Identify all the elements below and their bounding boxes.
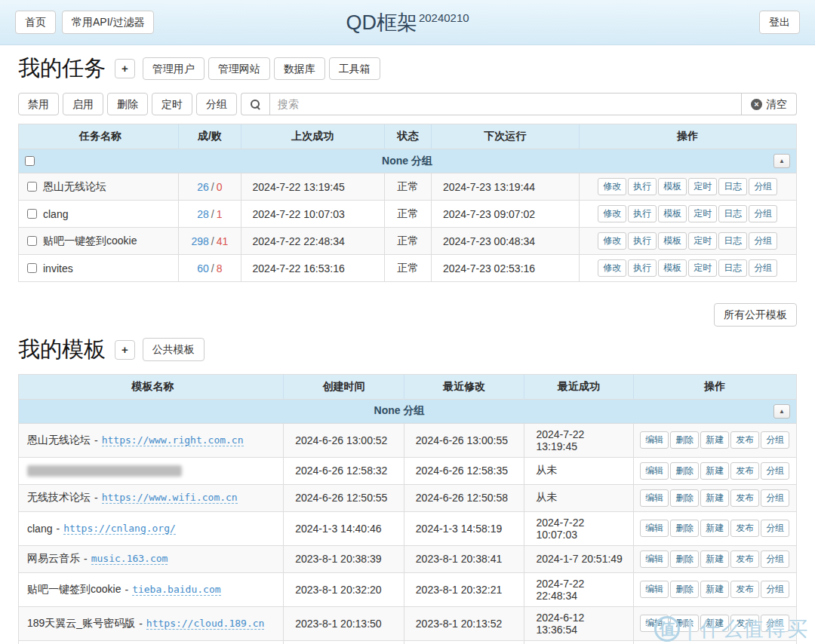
template-action-1[interactable]: 删除 bbox=[670, 581, 699, 598]
add-task-button[interactable]: + bbox=[115, 59, 135, 78]
task-name-cell: 恩山无线论坛 bbox=[19, 173, 178, 200]
task-action-1[interactable]: 执行 bbox=[628, 259, 657, 277]
templates-group-collapse-button[interactable]: ▲ bbox=[773, 404, 790, 419]
template-action-3[interactable]: 发布 bbox=[730, 520, 759, 537]
task-action-2[interactable]: 模板 bbox=[658, 232, 687, 250]
topbar-right: 登出 bbox=[759, 11, 800, 34]
template-link[interactable]: tieba.baidu.com bbox=[132, 584, 220, 596]
template-action-3[interactable]: 发布 bbox=[730, 431, 759, 449]
template-action-1[interactable]: 删除 bbox=[670, 520, 699, 537]
task-action-4[interactable]: 日志 bbox=[718, 178, 747, 195]
template-link[interactable]: https://www.wifi.com.cn bbox=[102, 492, 238, 504]
tasks-group-collapse-button[interactable]: ▲ bbox=[773, 154, 790, 168]
home-button[interactable]: 首页 bbox=[15, 11, 56, 34]
template-action-0[interactable]: 编辑 bbox=[640, 462, 669, 480]
task-action-3[interactable]: 定时 bbox=[688, 178, 717, 195]
logout-button[interactable]: 登出 bbox=[759, 11, 800, 34]
template-created: 2024-6-26 12:50:55 bbox=[283, 485, 404, 511]
task-checkbox[interactable] bbox=[27, 236, 37, 246]
template-action-4[interactable]: 分组 bbox=[761, 581, 789, 598]
task-action-3[interactable]: 定时 bbox=[688, 205, 717, 222]
template-action-0[interactable]: 编辑 bbox=[640, 489, 669, 507]
task-action-2[interactable]: 模板 bbox=[658, 259, 687, 277]
template-action-3[interactable]: 发布 bbox=[730, 550, 759, 568]
add-template-button[interactable]: + bbox=[115, 340, 135, 360]
template-link[interactable]: https://cnlang.org/ bbox=[63, 523, 176, 535]
template-action-1[interactable]: 删除 bbox=[670, 489, 699, 507]
task-action-3[interactable]: 定时 bbox=[688, 232, 717, 250]
template-action-1[interactable]: 删除 bbox=[670, 615, 699, 632]
template-action-4[interactable]: 分组 bbox=[761, 462, 789, 480]
task-checkbox[interactable] bbox=[27, 263, 37, 273]
template-action-3[interactable]: 发布 bbox=[730, 462, 759, 480]
task-action-3[interactable]: 定时 bbox=[688, 259, 717, 277]
template-action-0[interactable]: 编辑 bbox=[640, 615, 669, 632]
template-action-1[interactable]: 删除 bbox=[670, 431, 699, 449]
template-action-2[interactable]: 新建 bbox=[700, 615, 729, 632]
bulk-action-button-2[interactable]: 删除 bbox=[107, 93, 148, 115]
task-action-0[interactable]: 修改 bbox=[598, 178, 626, 195]
success-fail-divider: / bbox=[211, 235, 214, 247]
template-action-3[interactable]: 发布 bbox=[730, 581, 759, 598]
api-filter-button[interactable]: 常用API/过滤器 bbox=[62, 11, 154, 34]
template-action-4[interactable]: 分组 bbox=[761, 431, 789, 449]
manage-button-2[interactable]: 数据库 bbox=[274, 57, 325, 81]
template-action-2[interactable]: 新建 bbox=[700, 431, 729, 449]
task-action-1[interactable]: 执行 bbox=[628, 232, 657, 250]
task-action-5[interactable]: 分组 bbox=[749, 259, 777, 277]
bulk-action-button-4[interactable]: 分组 bbox=[196, 93, 237, 115]
template-link[interactable]: https://www.right.com.cn bbox=[102, 434, 244, 446]
task-action-4[interactable]: 日志 bbox=[718, 232, 747, 250]
task-action-4[interactable]: 日志 bbox=[718, 205, 747, 222]
manage-button-3[interactable]: 工具箱 bbox=[329, 57, 380, 81]
template-link[interactable]: https://cloud.189.cn bbox=[146, 618, 265, 630]
tasks-header-5: 操作 bbox=[579, 124, 796, 149]
public-templates-button[interactable]: 公共模板 bbox=[143, 338, 205, 361]
group-select-all-checkbox[interactable] bbox=[25, 156, 35, 166]
template-action-0[interactable]: 编辑 bbox=[640, 550, 669, 568]
template-action-0[interactable]: 编辑 bbox=[640, 581, 669, 598]
template-row: 网易云音乐-music.163.com2023-8-1 20:38:392023… bbox=[19, 546, 796, 573]
template-action-3[interactable]: 发布 bbox=[730, 615, 759, 632]
all-public-templates-button[interactable]: 所有公开模板 bbox=[714, 303, 797, 327]
bulk-action-button-1[interactable]: 启用 bbox=[63, 93, 103, 115]
template-action-2[interactable]: 新建 bbox=[700, 550, 729, 568]
task-action-0[interactable]: 修改 bbox=[598, 259, 626, 277]
task-action-5[interactable]: 分组 bbox=[749, 232, 777, 250]
task-action-5[interactable]: 分组 bbox=[749, 178, 777, 195]
template-link[interactable]: music.163.com bbox=[91, 553, 168, 565]
task-name-cell: clang bbox=[19, 201, 178, 227]
task-action-2[interactable]: 模板 bbox=[658, 205, 687, 222]
bulk-action-button-0[interactable]: 禁用 bbox=[18, 93, 59, 115]
template-action-4[interactable]: 分组 bbox=[761, 550, 789, 568]
search-input[interactable] bbox=[269, 93, 742, 115]
task-action-1[interactable]: 执行 bbox=[628, 178, 657, 195]
template-action-0[interactable]: 编辑 bbox=[640, 431, 669, 449]
template-action-1[interactable]: 删除 bbox=[670, 550, 699, 568]
task-action-0[interactable]: 修改 bbox=[598, 205, 626, 222]
template-action-0[interactable]: 编辑 bbox=[640, 520, 669, 537]
task-action-4[interactable]: 日志 bbox=[718, 259, 747, 277]
template-action-2[interactable]: 新建 bbox=[700, 489, 729, 507]
template-action-1[interactable]: 删除 bbox=[670, 462, 699, 480]
clear-search-button[interactable]: × 清空 bbox=[742, 93, 797, 115]
manage-button-1[interactable]: 管理网站 bbox=[208, 57, 270, 81]
template-action-2[interactable]: 新建 bbox=[700, 581, 729, 598]
task-checkbox[interactable] bbox=[27, 209, 37, 219]
template-name-cell: clang-https://cnlang.org/ bbox=[19, 512, 283, 545]
tasks-table-body: 恩山无线论坛26/02024-7-22 13:19:45正常2024-7-23 … bbox=[19, 173, 796, 281]
task-action-1[interactable]: 执行 bbox=[628, 205, 657, 222]
task-action-2[interactable]: 模板 bbox=[658, 178, 687, 195]
task-action-5[interactable]: 分组 bbox=[749, 205, 777, 222]
template-action-4[interactable]: 分组 bbox=[761, 615, 789, 632]
bulk-action-button-3[interactable]: 定时 bbox=[152, 93, 192, 115]
task-checkbox[interactable] bbox=[27, 182, 37, 192]
template-action-2[interactable]: 新建 bbox=[700, 462, 729, 480]
search-button[interactable] bbox=[241, 93, 269, 115]
template-action-4[interactable]: 分组 bbox=[761, 489, 789, 507]
template-action-2[interactable]: 新建 bbox=[700, 520, 729, 537]
manage-button-0[interactable]: 管理用户 bbox=[143, 57, 205, 81]
task-action-0[interactable]: 修改 bbox=[598, 232, 626, 250]
template-action-3[interactable]: 发布 bbox=[730, 489, 759, 507]
template-action-4[interactable]: 分组 bbox=[761, 520, 789, 537]
